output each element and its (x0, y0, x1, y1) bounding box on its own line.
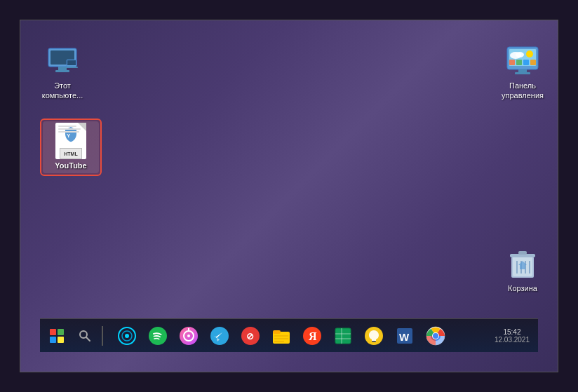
tray-time: 15:42 (495, 328, 530, 336)
svg-rect-7 (65, 67, 78, 68)
word-icon: W (395, 326, 415, 346)
svg-point-12 (516, 52, 524, 58)
taskbar-app-file-explorer[interactable] (267, 322, 295, 350)
youtube-html-icon: Y HTML (54, 124, 88, 158)
cortana-icon (117, 326, 137, 346)
svg-rect-19 (515, 72, 530, 74)
taskbar-app-telegram[interactable] (206, 322, 234, 350)
telegram-icon (210, 326, 229, 346)
search-icon (79, 330, 91, 342)
taskbar-apps: ⊘ Я (112, 322, 483, 350)
youtube-icon-label: YouTube (55, 161, 86, 170)
svg-point-32 (125, 334, 129, 338)
tray-clock: 15:42 12.03.2021 (495, 328, 530, 344)
svg-rect-18 (518, 69, 527, 72)
idea-icon (364, 326, 384, 346)
taskbar-app-idea[interactable] (360, 322, 388, 350)
desktop-icons-area: Этот компьюте... Y (20, 20, 558, 338)
svg-rect-54 (372, 341, 376, 342)
windows-logo-icon (50, 329, 64, 343)
chrome-icon (426, 326, 445, 346)
taskbar-app-itunes[interactable] (175, 322, 203, 350)
html-badge: HTML (60, 148, 82, 159)
svg-point-60 (433, 333, 438, 339)
svg-line-29 (86, 337, 90, 341)
svg-text:Y: Y (67, 133, 71, 139)
svg-rect-6 (67, 60, 76, 65)
taskbar-app-cortana[interactable] (113, 322, 141, 350)
svg-text:W: W (399, 331, 410, 343)
svg-text:⊘: ⊘ (246, 331, 254, 342)
youtube-icon-selected-border: Y HTML YouTube (40, 119, 102, 176)
svg-point-38 (210, 327, 229, 345)
svg-rect-43 (274, 335, 288, 337)
file-explorer-icon (271, 326, 291, 346)
spotify-icon (148, 326, 168, 346)
html-file-visual: Y HTML (55, 123, 86, 159)
taskbar-app-spotify[interactable] (144, 322, 172, 350)
svg-rect-14 (509, 60, 515, 65)
recycle-bin-icon (506, 247, 539, 281)
recycle-bin-label: Корзина (508, 283, 537, 293)
svg-rect-44 (274, 338, 288, 339)
desktop: Этот компьюте... Y (20, 20, 558, 372)
taskbar-app-chrome[interactable] (422, 322, 450, 350)
search-button[interactable] (72, 323, 98, 349)
computer-icon (46, 44, 79, 78)
taskbar-divider-1 (102, 326, 103, 346)
svg-rect-48 (335, 328, 351, 344)
spreadsheet-icon (333, 326, 353, 346)
control-panel-icon (506, 44, 539, 78)
svg-rect-42 (273, 330, 281, 334)
desktop-icon-control-panel[interactable]: Панель управления (495, 41, 551, 104)
taskbar-app-antivirus[interactable]: ⊘ (236, 322, 264, 350)
desktop-icon-youtube[interactable]: Y HTML YouTube (43, 121, 99, 173)
svg-text:Я: Я (309, 330, 317, 342)
svg-point-13 (526, 50, 533, 58)
taskbar-app-word[interactable]: W (391, 322, 419, 350)
antivirus-icon: ⊘ (241, 326, 260, 346)
tray-date: 12.03.2021 (495, 336, 530, 344)
yandex-icon: Я (302, 326, 322, 346)
svg-rect-45 (274, 341, 284, 342)
svg-point-36 (187, 334, 190, 337)
svg-rect-16 (523, 60, 529, 65)
computer-icon-label: Этот компьюте... (37, 81, 88, 101)
svg-rect-17 (530, 60, 536, 65)
taskbar-app-spreadsheet[interactable] (329, 322, 357, 350)
desktop-icon-recycle-bin[interactable]: Корзина (495, 244, 551, 296)
svg-rect-4 (55, 70, 69, 72)
start-button[interactable] (43, 322, 71, 350)
itunes-icon (179, 326, 199, 346)
desktop-icon-this-computer[interactable]: Этот компьюте... (34, 41, 90, 104)
control-panel-label: Панель управления (497, 81, 548, 101)
system-tray: 15:42 12.03.2021 (489, 328, 535, 344)
taskbar: ⊘ Я (40, 318, 538, 352)
svg-rect-27 (518, 251, 527, 255)
taskbar-app-yandex[interactable]: Я (298, 322, 326, 350)
svg-rect-15 (516, 60, 522, 65)
